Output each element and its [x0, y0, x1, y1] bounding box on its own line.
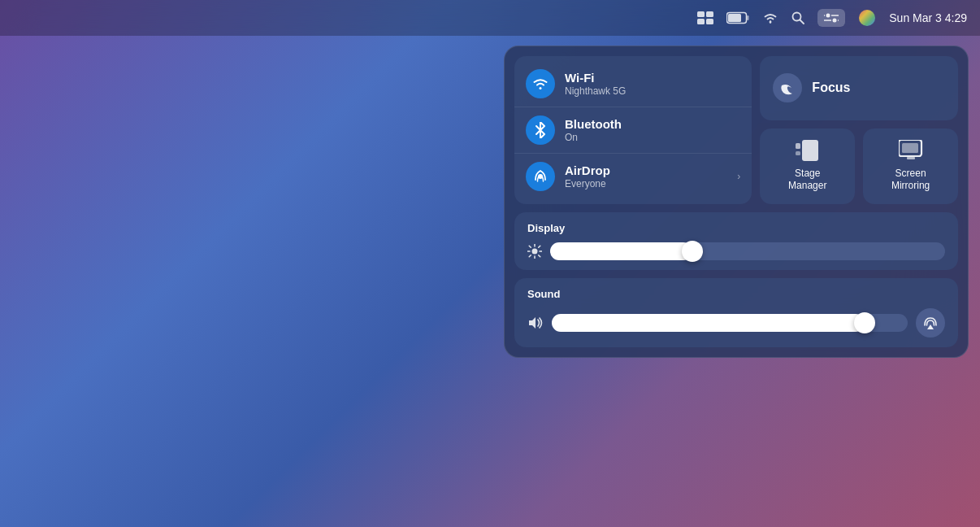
svg-point-17: [540, 87, 542, 89]
wifi-subtitle: Nighthawk 5G: [565, 85, 740, 97]
cc-top-row: Wi-Fi Nighthawk 5G Bluetooth On: [514, 56, 958, 204]
svg-rect-5: [747, 15, 749, 20]
right-column: Focus StageManager: [760, 56, 958, 204]
volume-slider-container: [527, 314, 908, 332]
siri-icon[interactable]: [858, 9, 876, 27]
svg-rect-3: [706, 19, 713, 24]
menubar: Sun Mar 3 4:29: [0, 0, 980, 36]
svg-line-32: [539, 246, 540, 247]
wifi-menubar-icon[interactable]: [762, 11, 778, 24]
svg-rect-20: [796, 143, 800, 149]
airdrop-subtitle: Everyone: [565, 178, 727, 189]
wifi-title: Wi-Fi: [565, 71, 740, 85]
airdrop-icon: [526, 162, 555, 191]
brightness-slider-container: [527, 242, 945, 260]
wifi-icon: [526, 69, 555, 98]
focus-tile[interactable]: Focus: [760, 56, 958, 120]
battery-icon[interactable]: [726, 11, 749, 24]
svg-point-16: [859, 10, 875, 26]
airdrop-title: AirDrop: [565, 163, 727, 177]
svg-line-9: [800, 20, 804, 24]
focus-label: Focus: [812, 81, 850, 95]
brightness-icon: [527, 244, 542, 259]
svg-rect-24: [907, 157, 915, 159]
wifi-text: Wi-Fi Nighthawk 5G: [565, 71, 740, 97]
svg-point-25: [532, 249, 538, 255]
stage-manager-icon: [796, 140, 820, 161]
control-center-panel: Wi-Fi Nighthawk 5G Bluetooth On: [504, 46, 969, 358]
wifi-item[interactable]: Wi-Fi Nighthawk 5G: [514, 61, 752, 107]
airdrop-item[interactable]: AirDrop Everyone ›: [514, 154, 752, 199]
svg-rect-1: [706, 11, 713, 17]
svg-line-30: [529, 246, 531, 247]
airdrop-text: AirDrop Everyone: [565, 163, 727, 189]
bluetooth-subtitle: On: [565, 132, 740, 143]
airplay-button[interactable]: [916, 308, 945, 338]
menubar-clock: Sun Mar 3 4:29: [889, 11, 967, 24]
stage-manager-label: StageManager: [788, 168, 826, 193]
volume-icon: [527, 316, 544, 330]
svg-rect-23: [902, 143, 918, 153]
brightness-slider[interactable]: [550, 242, 945, 260]
bluetooth-title: Bluetooth: [565, 117, 740, 131]
svg-line-31: [539, 255, 540, 257]
bluetooth-text: Bluetooth On: [565, 117, 740, 143]
connectivity-tile: Wi-Fi Nighthawk 5G Bluetooth On: [514, 56, 752, 204]
screen-mirroring-tile[interactable]: ScreenMirroring: [863, 128, 958, 204]
airdrop-chevron-icon: ›: [737, 171, 740, 182]
svg-rect-19: [802, 140, 818, 161]
svg-point-13: [833, 19, 837, 23]
bluetooth-icon: [526, 115, 555, 145]
window-tiling-icon[interactable]: [697, 11, 713, 24]
display-label: Display: [527, 222, 945, 234]
svg-rect-2: [697, 19, 705, 24]
svg-rect-0: [697, 11, 705, 17]
screen-mirroring-label: ScreenMirroring: [891, 168, 930, 193]
search-menubar-icon[interactable]: [791, 11, 804, 24]
screen-mirroring-icon: [899, 140, 923, 161]
svg-point-7: [770, 21, 771, 23]
display-section: Display: [514, 212, 958, 270]
svg-rect-21: [796, 151, 800, 155]
sound-label: Sound: [527, 288, 945, 300]
svg-rect-6: [728, 14, 741, 22]
sound-row: [527, 308, 945, 338]
sound-section: Sound: [514, 278, 958, 347]
bottom-tiles-row: StageManager ScreenMirroring: [760, 128, 958, 204]
volume-slider[interactable]: [552, 314, 908, 332]
control-center-icon[interactable]: [817, 9, 845, 27]
bluetooth-item[interactable]: Bluetooth On: [514, 107, 752, 154]
focus-moon-icon: [773, 73, 802, 102]
stage-manager-tile[interactable]: StageManager: [760, 128, 855, 204]
svg-point-10: [826, 14, 830, 18]
svg-line-33: [529, 255, 531, 257]
